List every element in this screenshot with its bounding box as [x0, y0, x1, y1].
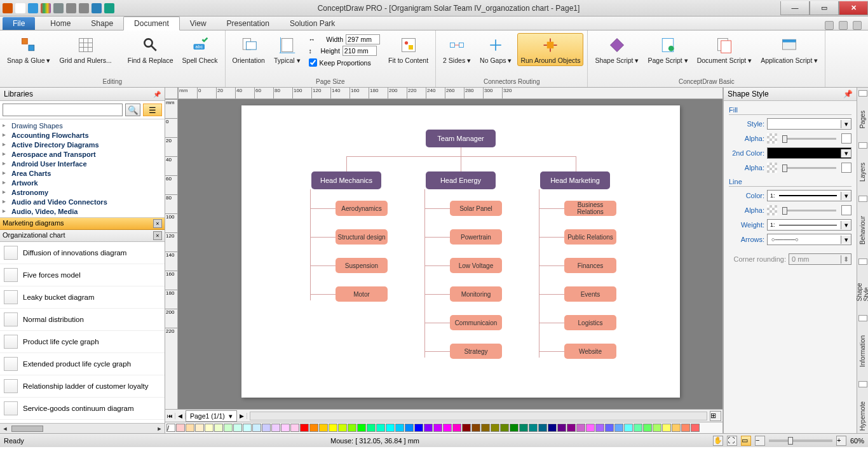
two-sides-button[interactable]: 2 Sides ▾: [440, 33, 474, 66]
corner-rounding-input[interactable]: 0 mm⬍: [789, 253, 851, 265]
lib-item[interactable]: Relationship ladder of customer loyalty: [0, 375, 165, 398]
pan-icon[interactable]: ✋: [713, 436, 723, 446]
zoom-select-icon[interactable]: ▭: [741, 436, 751, 446]
layers-tab[interactable]: Layers: [858, 160, 867, 184]
color-swatch[interactable]: [653, 424, 661, 432]
color-swatch[interactable]: [557, 424, 566, 432]
color-swatch[interactable]: [529, 424, 538, 432]
color-swatch[interactable]: [462, 424, 471, 432]
spell-check-button[interactable]: abcSpell Check: [179, 33, 221, 66]
color-swatch[interactable]: [481, 424, 490, 432]
lib-tree-item[interactable]: Audio and Video Connectors: [1, 197, 163, 206]
color-swatch[interactable]: [643, 424, 652, 432]
qat-undo-icon[interactable]: [66, 3, 76, 13]
width-input[interactable]: [346, 34, 380, 44]
org-head-3[interactable]: Head Marketing: [540, 171, 610, 189]
color-swatch[interactable]: [443, 424, 452, 432]
org-sub[interactable]: Structural design: [336, 229, 388, 245]
org-top[interactable]: Team Manager: [426, 130, 496, 147]
app-icon[interactable]: [3, 3, 13, 13]
lib-tree-item[interactable]: Android User Interface: [1, 159, 163, 168]
color-swatch[interactable]: [614, 424, 623, 432]
org-sub[interactable]: Events: [564, 286, 616, 302]
library-search-input[interactable]: [3, 104, 123, 116]
color-swatch[interactable]: [271, 424, 280, 432]
color-swatch[interactable]: [548, 424, 557, 432]
color-palette[interactable]: /: [165, 422, 722, 433]
color-swatch[interactable]: [348, 424, 356, 432]
org-sub[interactable]: Monitoring: [450, 286, 502, 302]
color-swatch[interactable]: [309, 424, 318, 432]
org-sub[interactable]: Public Relations: [564, 229, 616, 245]
keep-proportions-checkbox[interactable]: [309, 58, 317, 67]
color-swatch[interactable]: [567, 424, 576, 432]
pin-icon[interactable]: 📌: [153, 91, 161, 98]
close-icon[interactable]: ×: [153, 219, 162, 228]
org-sub[interactable]: Aerodynamics: [336, 201, 388, 216]
lib-item[interactable]: Leaky bucket diagram: [0, 286, 165, 309]
qat-print-icon[interactable]: [53, 3, 64, 13]
color-swatch[interactable]: [214, 424, 223, 432]
fit-content-button[interactable]: Fit to Content: [385, 33, 431, 66]
grid-rulers-button[interactable]: Grid and Rulers...: [56, 33, 114, 66]
qat-new-icon[interactable]: [15, 3, 25, 13]
minimize-button[interactable]: —: [780, 1, 810, 15]
qat-color-icon[interactable]: [41, 3, 51, 13]
shape-style-tab[interactable]: Shape Style: [855, 276, 869, 304]
app-script-button[interactable]: Application Script ▾: [757, 33, 821, 66]
pages-tab-icon[interactable]: [858, 90, 867, 97]
org-head-2[interactable]: Head Energy: [426, 171, 496, 189]
color-swatch[interactable]: [538, 424, 547, 432]
color-swatch[interactable]: [624, 424, 633, 432]
org-head-1[interactable]: Head Mechanics: [311, 171, 381, 189]
color-swatch[interactable]: [243, 424, 252, 432]
search-icon[interactable]: 🔍: [125, 104, 140, 116]
first-page-icon[interactable]: ⏮: [165, 413, 175, 419]
prev-page-icon[interactable]: ◀: [175, 413, 186, 419]
color-swatch[interactable]: [319, 424, 328, 432]
information-tab-icon[interactable]: [858, 315, 867, 321]
color-swatch[interactable]: [224, 424, 233, 432]
org-sub[interactable]: Website: [564, 344, 616, 359]
tab-shape[interactable]: Shape: [81, 17, 123, 30]
org-sub[interactable]: Motor: [336, 286, 388, 302]
color-swatch[interactable]: [338, 424, 347, 432]
color-swatch[interactable]: [452, 424, 461, 432]
color-swatch[interactable]: [329, 424, 337, 432]
color-swatch[interactable]: [405, 424, 414, 432]
information-tab[interactable]: Information: [858, 333, 867, 370]
typical-button[interactable]: Typical ▾: [271, 33, 304, 66]
qat-run-icon[interactable]: [104, 3, 114, 13]
lib-tree-item[interactable]: Artwork: [1, 178, 163, 187]
color-swatch[interactable]: [672, 424, 681, 432]
color-swatch[interactable]: [424, 424, 433, 432]
color-swatch[interactable]: [500, 424, 509, 432]
color-swatch[interactable]: [576, 424, 585, 432]
lib-item[interactable]: Normal distribution: [0, 309, 165, 331]
close-button[interactable]: ✕: [839, 1, 868, 15]
lib-tree-item[interactable]: Astronomy: [1, 187, 163, 197]
color-swatch[interactable]: [605, 424, 614, 432]
canvas[interactable]: Team Manager Head Mechanics Head Energy …: [178, 99, 722, 409]
tab-document[interactable]: Document: [123, 17, 180, 30]
toggle-panel-icon[interactable]: ⊞: [710, 411, 721, 421]
page-selector[interactable]: Page1 (1/1)▾: [186, 410, 237, 422]
lib-item[interactable]: Five forces model: [0, 264, 165, 286]
behaviour-tab-icon[interactable]: [858, 196, 867, 202]
shape-style-tab-icon[interactable]: [858, 258, 867, 265]
color-swatch[interactable]: [519, 424, 528, 432]
color-swatch[interactable]: [367, 424, 376, 432]
close-icon[interactable]: ×: [153, 231, 162, 240]
color-swatch[interactable]: [176, 424, 185, 432]
line-color-dropdown[interactable]: 1:▾: [767, 190, 851, 201]
second-alpha-slider[interactable]: [780, 162, 839, 173]
present-icon[interactable]: [825, 21, 834, 30]
color-swatch[interactable]: [386, 424, 395, 432]
color-swatch[interactable]: [586, 424, 595, 432]
color-swatch[interactable]: [357, 424, 366, 432]
color-swatch[interactable]: [376, 424, 385, 432]
page-script-button[interactable]: Page Script ▾: [644, 33, 691, 66]
color-swatch[interactable]: [186, 424, 194, 432]
lib-item[interactable]: Extended product life cycle graph: [0, 353, 165, 375]
color-swatch[interactable]: [491, 424, 499, 432]
